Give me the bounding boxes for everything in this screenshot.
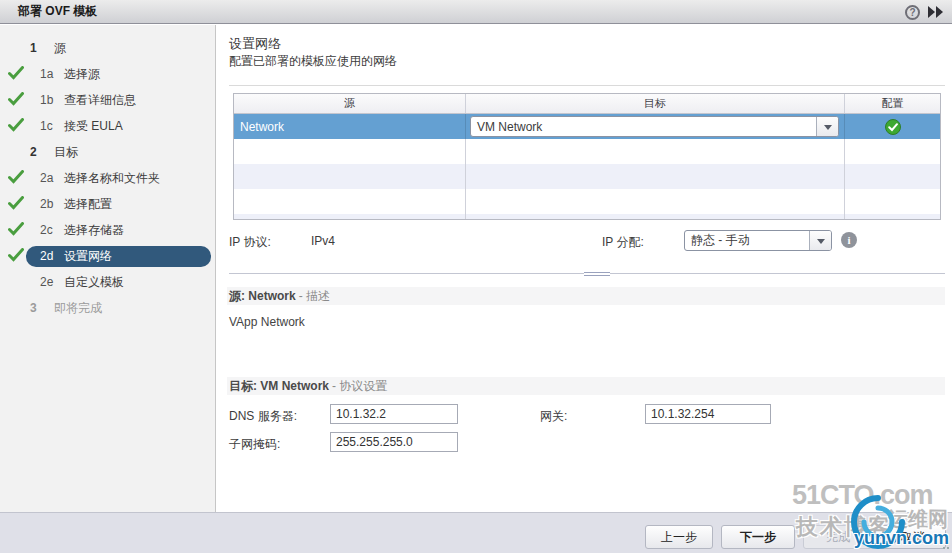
step-complete-check-icon: [8, 196, 26, 213]
wizard-step-1[interactable]: 1 源: [0, 35, 215, 61]
destination-network-value: VM Network: [471, 120, 816, 134]
table-empty-row: [234, 189, 940, 214]
main-panel: 设置网络 配置已部署的模板应使用的网络 源 目标 配置 Network VM N…: [217, 25, 952, 512]
step-number: 2d: [40, 249, 60, 263]
dns-server-label: DNS 服务器:: [229, 408, 297, 425]
column-header-config: 配置: [845, 94, 940, 113]
deploy-ovf-template-dialog: 部署 OVF 模板 ? 1 源 1a 选择源 1b 查看: [0, 0, 952, 553]
step-label: 查看详细信息: [64, 92, 136, 109]
splitter-drag-handle[interactable]: [584, 270, 610, 278]
ip-allocation-label: IP 分配:: [602, 234, 644, 251]
step-complete-check-icon: [8, 248, 26, 265]
step-label: 源: [54, 40, 66, 57]
cancel-button[interactable]: 取消: [879, 525, 946, 549]
panel-splitter: [229, 273, 945, 274]
gateway-input[interactable]: [645, 404, 771, 424]
step-label: 选择存储器: [64, 222, 124, 239]
step-complete-check-icon: [8, 92, 26, 109]
step-label: 目标: [54, 144, 78, 161]
wizard-steps: 1 源 1a 选择源 1b 查看详细信息 1c 接受 EULA: [0, 35, 215, 321]
step-number: 1: [30, 41, 50, 55]
gateway-label: 网关:: [540, 408, 567, 425]
configured-check-icon: [885, 119, 901, 135]
wizard-step-2d[interactable]: 2d 设置网络: [0, 243, 215, 269]
step-number: 1b: [40, 93, 60, 107]
minimize-forward-icon[interactable]: [927, 6, 944, 18]
target-suffix: - 协议设置: [332, 378, 387, 395]
wizard-step-1b[interactable]: 1b 查看详细信息: [0, 87, 215, 113]
source-label: 源:: [229, 288, 245, 305]
destination-network-select[interactable]: VM Network: [470, 116, 839, 137]
step-label: 接受 EULA: [64, 118, 123, 135]
dialog-titlebar: 部署 OVF 模板 ?: [0, 0, 952, 24]
wizard-step-3[interactable]: 3 即将完成: [0, 295, 215, 321]
step-number: 1c: [40, 119, 60, 133]
page-title: 设置网络: [229, 35, 281, 53]
info-icon[interactable]: i: [841, 232, 857, 248]
source-network-description: VApp Network: [229, 315, 305, 329]
source-network-title: Network: [248, 289, 295, 303]
wizard-step-2c[interactable]: 2c 选择存储器: [0, 217, 215, 243]
step-label: 选择配置: [64, 196, 112, 213]
step-number: 1a: [40, 67, 60, 81]
subnet-mask-label: 子网掩码:: [229, 436, 280, 453]
table-empty-row: [234, 164, 940, 189]
divider: [229, 85, 945, 86]
step-number: 2e: [40, 275, 60, 289]
table-empty-row: [234, 214, 940, 220]
source-description-header: 源: Network - 描述: [227, 287, 945, 305]
step-complete-check-icon: [8, 66, 26, 83]
wizard-step-1a[interactable]: 1a 选择源: [0, 61, 215, 87]
page-subtitle: 配置已部署的模板应使用的网络: [229, 53, 397, 70]
ip-settings-row: IP 协议: IPv4 IP 分配: 静态 - 手动 i: [229, 230, 945, 254]
target-protocol-header: 目标: VM Network - 协议设置: [227, 377, 945, 395]
dialog-title: 部署 OVF 模板: [0, 3, 97, 20]
wizard-step-2a[interactable]: 2a 选择名称和文件夹: [0, 165, 215, 191]
step-number: 2c: [40, 223, 60, 237]
source-suffix: - 描述: [299, 288, 330, 305]
column-header-source: 源: [234, 94, 466, 113]
step-complete-check-icon: [8, 118, 26, 135]
resize-grip[interactable]: [941, 543, 949, 551]
subnet-mask-input[interactable]: [330, 432, 458, 452]
finish-button-disabled[interactable]: 完成: [803, 525, 873, 549]
step-label: 选择名称和文件夹: [64, 170, 160, 187]
step-label: 自定义模板: [64, 274, 124, 291]
network-mapping-table: 源 目标 配置 Network VM Network: [233, 93, 941, 220]
step-label: 选择源: [64, 66, 100, 83]
column-header-destination: 目标: [466, 94, 845, 113]
step-number: 2a: [40, 171, 60, 185]
target-network-title: VM Network: [260, 379, 329, 393]
chevron-down-icon: [816, 117, 838, 136]
step-label: 即将完成: [54, 300, 102, 317]
step-label: 设置网络: [64, 248, 112, 265]
ip-allocation-select[interactable]: 静态 - 手动: [684, 230, 832, 251]
wizard-steps-sidebar: 1 源 1a 选择源 1b 查看详细信息 1c 接受 EULA: [0, 25, 216, 512]
step-complete-check-icon: [8, 170, 26, 187]
wizard-step-2b[interactable]: 2b 选择配置: [0, 191, 215, 217]
table-header-row: 源 目标 配置: [234, 94, 940, 114]
dns-server-input[interactable]: [330, 404, 458, 424]
dialog-footer: 上一步 下一步 完成 取消: [0, 512, 952, 553]
wizard-step-2[interactable]: 2 目标: [0, 139, 215, 165]
wizard-step-2e[interactable]: 2e 自定义模板: [0, 269, 215, 295]
next-button[interactable]: 下一步: [721, 525, 795, 549]
network-row-selected[interactable]: Network VM Network: [234, 114, 940, 139]
target-label: 目标:: [229, 378, 257, 395]
source-network-name: Network: [234, 114, 466, 139]
step-number: 2: [30, 145, 50, 159]
back-button[interactable]: 上一步: [645, 525, 713, 549]
chevron-down-icon: [809, 231, 831, 250]
ip-protocol-label: IP 协议:: [229, 234, 271, 251]
table-empty-row: [234, 139, 940, 164]
step-complete-check-icon: [8, 222, 26, 239]
ip-protocol-value: IPv4: [311, 234, 335, 248]
step-number: 3: [30, 301, 50, 315]
step-number: 2b: [40, 197, 60, 211]
ip-allocation-value: 静态 - 手动: [685, 232, 809, 249]
help-icon[interactable]: ?: [905, 5, 920, 20]
wizard-step-1c[interactable]: 1c 接受 EULA: [0, 113, 215, 139]
